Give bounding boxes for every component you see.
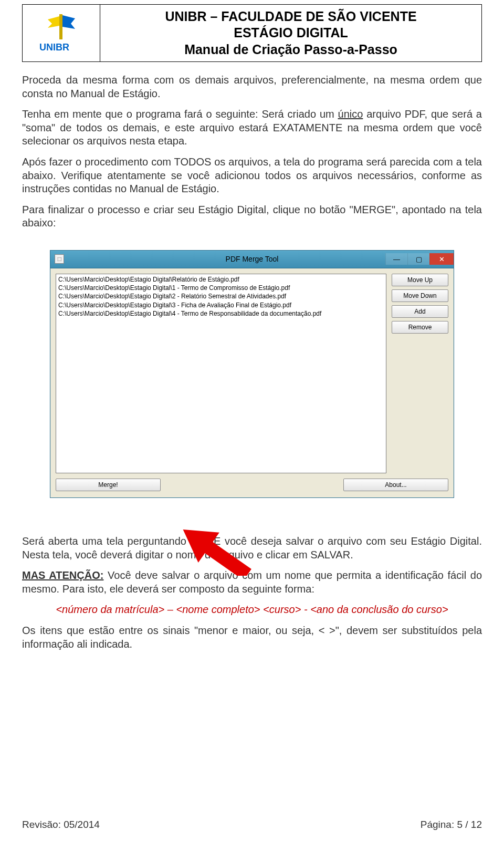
document-title: UNIBR – FACULDADE DE SÃO VICENTE ESTÁGIO… (100, 5, 481, 61)
title-line-3: Manual de Criação Passo-a-Passo (102, 41, 479, 58)
paragraph-4: Para finalizar o processo e criar seu Es… (22, 203, 482, 230)
footer-page: Página: 5 / 12 (421, 819, 482, 830)
merge-button[interactable]: Merge! (56, 479, 161, 491)
list-item[interactable]: C:\Users\Marcio\Desktop\Estagio Digital\… (58, 275, 384, 284)
logo-wordmark: UNIBR (39, 41, 83, 53)
pdf-merge-tool-window: ⬚ PDF Merge Tool — ▢ ✕ C:\Users\Marcio\D… (50, 250, 454, 498)
flag-icon (46, 13, 77, 40)
paragraph-2: Tenha em mente que o programa fará o seg… (22, 108, 482, 148)
body-content-lower: Será aberta uma tela perguntando ONDE vo… (22, 535, 482, 651)
footer-revision: Revisão: 05/2014 (22, 819, 100, 830)
list-item[interactable]: C:\Users\Marcio\Desktop\Estagio Digital\… (58, 292, 384, 300)
svg-rect-0 (59, 14, 62, 39)
document-header: UNIBR UNIBR – FACULDADE DE SÃO VICENTE E… (22, 4, 482, 62)
unibr-logo: UNIBR (39, 13, 83, 53)
svg-text:UNIBR: UNIBR (39, 42, 69, 53)
side-button-stack: Move Up Move Down Add Remove (392, 274, 448, 473)
paragraph-1: Proceda da mesma forma com os demais arq… (22, 74, 482, 100)
list-item[interactable]: C:\Users\Marcio\Desktop\Estagio Digital\… (58, 309, 384, 318)
body-content: Proceda da mesma forma com os demais arq… (22, 74, 482, 230)
bottom-button-row: Merge! About... (56, 479, 448, 491)
logo-cell: UNIBR (23, 5, 100, 61)
window-title: PDF Merge Tool (50, 255, 454, 263)
paragraph-6: MAS ATENÇÃO: Você deve salvar o arquivo … (22, 569, 482, 596)
list-item[interactable]: C:\Users\Marcio\Desktop\Estagio Digital\… (58, 301, 384, 309)
titlebar: ⬚ PDF Merge Tool — ▢ ✕ (50, 251, 454, 268)
app-body: C:\Users\Marcio\Desktop\Estagio Digital\… (50, 268, 454, 497)
paragraph-3: Após fazer o procedimento com TODOS os a… (22, 155, 482, 196)
filename-format: <número da matrícula> – <nome completo> … (22, 603, 482, 617)
title-line-2: ESTÁGIO DIGITAL (102, 25, 479, 41)
paragraph-5: Será aberta uma tela perguntando ONDE vo… (22, 535, 482, 562)
remove-button[interactable]: Remove (392, 321, 448, 334)
list-item[interactable]: C:\Users\Marcio\Desktop\Estagio Digital\… (58, 284, 384, 292)
move-up-button[interactable]: Move Up (392, 274, 448, 286)
move-down-button[interactable]: Move Down (392, 289, 448, 302)
title-line-1: UNIBR – FACULDADE DE SÃO VICENTE (102, 8, 479, 25)
page-footer: Revisão: 05/2014 Página: 5 / 12 (22, 819, 482, 830)
add-button[interactable]: Add (392, 305, 448, 318)
file-list[interactable]: C:\Users\Marcio\Desktop\Estagio Digital\… (56, 274, 386, 473)
paragraph-8: Os itens que estão entre os sinais "meno… (22, 624, 482, 651)
about-button[interactable]: About... (343, 479, 448, 491)
